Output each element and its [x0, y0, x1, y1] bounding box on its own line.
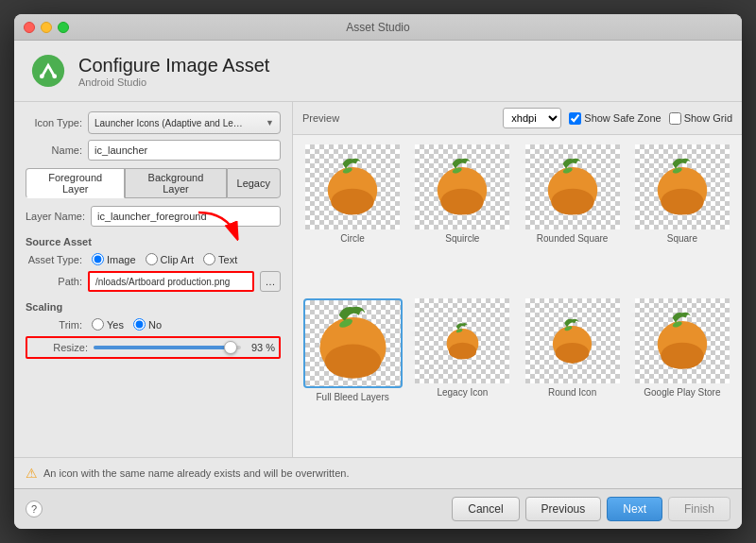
previous-button[interactable]: Previous [525, 497, 602, 521]
preview-label: Preview [302, 112, 339, 124]
browse-button[interactable]: … [260, 271, 281, 292]
dialog-subtitle: Android Studio [78, 76, 269, 88]
icon-type-label: Icon Type: [26, 117, 82, 128]
warning-icon: ⚠ [26, 466, 38, 481]
asset-type-text[interactable]: Text [203, 253, 237, 265]
svg-point-18 [661, 189, 704, 215]
preview-legacy: Legacy Icon [412, 298, 512, 448]
finish-button[interactable]: Finish [668, 497, 730, 521]
icon-type-row: Icon Type: Launcher Icons (Adaptive and … [26, 111, 281, 134]
help-button[interactable]: ? [26, 501, 43, 518]
title-bar: Asset Studio [14, 14, 742, 41]
legacy-label: Legacy Icon [437, 387, 488, 398]
dialog-header: Configure Image Asset Android Studio [14, 41, 742, 102]
square-icon-wrapper [635, 144, 730, 229]
preview-play-store: Google Play Store [632, 298, 732, 448]
svg-point-29 [556, 342, 590, 363]
rounded-square-label: Rounded Square [537, 233, 609, 244]
warning-bar: ⚠ An icon with the same name already exi… [14, 457, 742, 488]
trim-label: Trim: [26, 319, 82, 331]
preview-circle: Circle [302, 144, 403, 289]
icon-type-dropdown[interactable]: Launcher Icons (Adaptive and Legacy) ▼ [88, 111, 281, 134]
minimize-button[interactable] [41, 22, 52, 33]
maximize-button[interactable] [58, 22, 69, 33]
resize-slider[interactable] [94, 346, 241, 349]
asset-type-row: Asset Type: Image Clip Art Text [26, 253, 281, 265]
svg-point-25 [449, 342, 476, 359]
android-studio-icon [29, 52, 67, 90]
full-bleed-label: Full Bleed Layers [316, 392, 388, 402]
dialog-title: Configure Image Asset [78, 55, 269, 76]
squircle-icon-wrapper [415, 144, 509, 229]
svg-point-2 [52, 74, 57, 78]
chevron-down-icon: ▼ [266, 118, 274, 127]
resize-value: 93 % [247, 342, 275, 353]
trim-radios: Yes No [92, 318, 162, 331]
main-window: Asset Studio Configure Image Asset Andro… [14, 14, 742, 529]
preview-round: Round Icon [523, 298, 623, 448]
next-button[interactable]: Next [607, 497, 662, 521]
close-button[interactable] [24, 22, 35, 33]
square-label: Square [667, 233, 697, 244]
preview-full-bleed: Full Bleed Layers [302, 298, 403, 448]
layer-name-input[interactable] [91, 206, 281, 227]
preview-squircle: Squircle [412, 144, 512, 289]
traffic-lights [24, 22, 69, 33]
name-row: Name: [26, 140, 281, 161]
show-grid-checkbox[interactable] [669, 112, 681, 125]
svg-point-32 [661, 343, 704, 369]
density-select[interactable]: xhdpi mdpi hdpi xxhdpi [503, 108, 561, 128]
trim-no[interactable]: No [133, 318, 162, 331]
tab-foreground[interactable]: Foreground Layer [26, 168, 125, 198]
asset-type-label: Asset Type: [26, 254, 82, 265]
layer-name-row: Layer Name: [26, 206, 281, 227]
rounded-square-icon-wrapper [525, 144, 620, 229]
footer-buttons: ? Cancel Previous Next Finish [14, 488, 742, 529]
preview-grid: Circle [293, 135, 742, 457]
round-icon-wrapper [525, 298, 620, 383]
show-safe-zone-checkbox[interactable] [569, 112, 581, 125]
svg-point-6 [331, 189, 374, 215]
asset-type-radios: Image Clip Art Text [92, 253, 237, 265]
asset-type-clipart[interactable]: Clip Art [146, 253, 194, 265]
content-area: Icon Type: Launcher Icons (Adaptive and … [14, 102, 742, 457]
name-label: Name: [26, 144, 82, 156]
cancel-button[interactable]: Cancel [452, 497, 519, 521]
name-input[interactable] [88, 140, 281, 161]
source-asset-title: Source Asset [26, 236, 281, 247]
svg-point-21 [324, 345, 381, 379]
left-panel: Icon Type: Launcher Icons (Adaptive and … [14, 102, 293, 457]
path-row: Path: … [26, 271, 281, 292]
path-input[interactable] [88, 271, 254, 292]
svg-point-0 [32, 55, 64, 87]
round-label: Round Icon [548, 387, 596, 398]
right-panel: Preview xhdpi mdpi hdpi xxhdpi Show Safe… [293, 102, 742, 457]
squircle-label: Squircle [445, 233, 479, 244]
play-store-icon-wrapper [635, 298, 730, 383]
show-safe-zone-label[interactable]: Show Safe Zone [569, 112, 661, 125]
svg-point-10 [441, 189, 485, 215]
play-store-label: Google Play Store [644, 387, 720, 398]
full-bleed-icon-wrapper [303, 298, 403, 388]
trim-yes[interactable]: Yes [92, 318, 124, 331]
circle-label: Circle [340, 233, 365, 244]
circle-icon-wrapper [305, 144, 400, 229]
preview-header: Preview xhdpi mdpi hdpi xxhdpi Show Safe… [293, 102, 742, 135]
layer-name-label: Layer Name: [26, 211, 85, 222]
preview-rounded-square: Rounded Square [523, 144, 623, 289]
scaling-title: Scaling [26, 301, 281, 313]
resize-label: Resize: [31, 342, 88, 353]
svg-point-1 [40, 74, 44, 78]
trim-row: Trim: Yes No [26, 318, 281, 331]
path-label: Path: [26, 276, 82, 287]
layer-tabs: Foreground Layer Background Layer Legacy [26, 168, 281, 198]
show-grid-label[interactable]: Show Grid [669, 112, 732, 125]
svg-point-14 [551, 189, 594, 215]
legacy-icon-wrapper [415, 298, 509, 383]
asset-type-image[interactable]: Image [92, 253, 136, 265]
tab-legacy[interactable]: Legacy [227, 168, 281, 198]
preview-square: Square [632, 144, 732, 289]
tab-background[interactable]: Background Layer [125, 168, 226, 198]
header-text: Configure Image Asset Android Studio [78, 55, 269, 88]
warning-text: An icon with the same name already exist… [43, 467, 349, 479]
